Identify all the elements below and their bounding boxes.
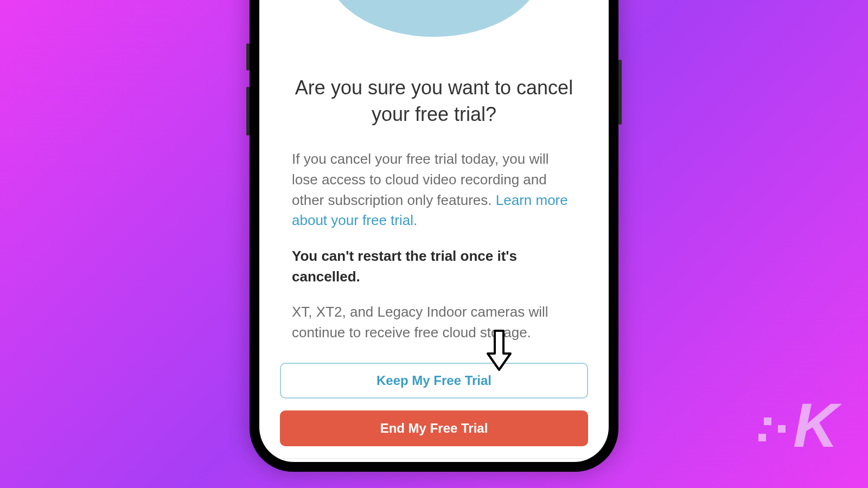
exception-text: XT, XT2, and Legacy Indoor cameras will … [292,302,576,343]
phone-side-button [618,60,622,125]
keep-trial-label: Keep My Free Trial [376,373,492,388]
logo-letter: K [793,400,835,450]
warning-text: You can't restart the trial once it's ca… [292,246,576,287]
phone-frame: Are you sure you want to cancel your fre… [250,0,618,472]
dialog-description: If you cancel your free trial today, you… [292,149,576,231]
divider [259,458,609,459]
end-trial-label: End My Free Trial [380,421,488,436]
dialog-title: Are you sure you want to cancel your fre… [292,75,576,127]
phone-side-button [246,43,250,70]
arrow-down-icon [486,330,513,374]
phone-screen: Are you sure you want to cancel your fre… [259,0,609,462]
watermark-logo: K [758,400,835,450]
phone-side-button [246,87,250,136]
keep-trial-button[interactable]: Keep My Free Trial [280,363,588,399]
end-trial-button[interactable]: End My Free Trial [280,410,588,446]
logo-dots-icon [758,418,791,450]
hero-illustration [326,0,542,37]
